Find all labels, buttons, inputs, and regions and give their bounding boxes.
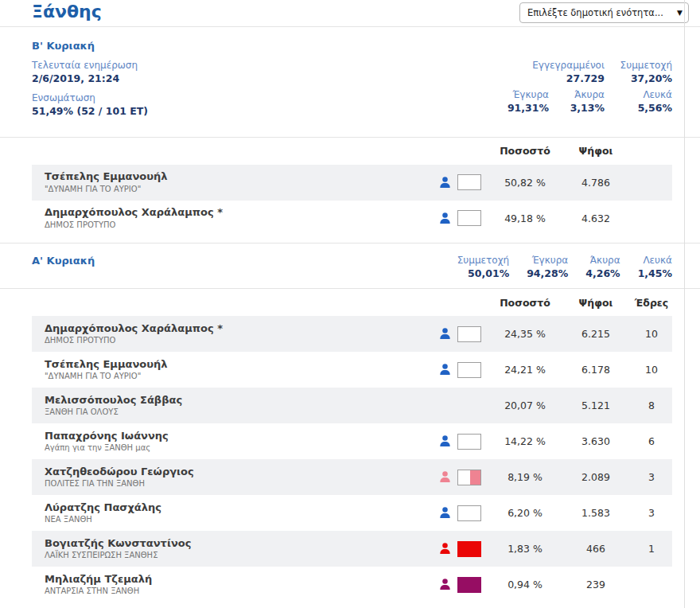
candidate-percent: 20,07 % (489, 399, 561, 411)
candidate-percent: 49,18 % (489, 212, 561, 224)
seats-column-header: Έδρες (631, 297, 672, 309)
round1-heading: Α' Κυριακή (32, 255, 95, 267)
turnout-value: 37,20% (620, 72, 672, 86)
candidate-info: Τσέπελης Εμμανουήλ "ΔΥΝΑΜΗ ΓΙΑ ΤΟ ΑΥΡΙΟ" (32, 358, 430, 382)
candidate-icon (430, 174, 489, 190)
person-icon (438, 212, 452, 225)
candidate-icon (430, 326, 489, 342)
candidate-row: Μελισσόπουλος Σάββας ΞΑΝΘΗ ΓΙΑ ΟΛΟΥΣ 20,… (32, 388, 672, 423)
candidate-party: ΔΗΜΟΣ ΠΡΟΤΥΠΟ (45, 220, 430, 231)
invalid-value: 3,13% (570, 102, 605, 115)
party-color-box-icon (457, 470, 481, 485)
blank-value: 1,45% (638, 267, 672, 281)
integration-value: 51,49% (52 / 101 ΕΤ) (32, 105, 148, 119)
votes-column-header: Ψήφοι (561, 297, 631, 309)
person-icon (438, 470, 452, 484)
candidate-info: Παπαχρόνης Ιωάννης Αγάπη για την ΞΑΝΘΗ μ… (32, 430, 430, 454)
candidate-icon (430, 210, 489, 226)
candidate-seats: 3 (631, 471, 672, 483)
invalid-stat: Άκυρα 4,26% (585, 255, 620, 280)
round2-rows: Τσέπελης Εμμανουήλ "ΔΥΝΑΜΗ ΓΙΑ ΤΟ ΑΥΡΙΟ"… (32, 165, 672, 236)
turnout-stat: Συμμετοχή 50,01% (457, 255, 509, 280)
candidate-seats: 10 (631, 328, 672, 340)
candidate-name: Τσέπελης Εμμανουήλ (45, 170, 430, 183)
candidate-info: Λύρατζης Πασχάλης ΝΕΑ ΞΑΝΘΗ (32, 501, 430, 525)
party-color-box-icon (457, 434, 481, 450)
candidate-party: ΞΑΝΘΗ ΓΙΑ ΟΛΟΥΣ (45, 407, 430, 418)
municipal-unit-select-placeholder: Επιλέξτε δημοτική ενότητα... (527, 7, 663, 18)
round1-table-header: Ποσοστό Ψήφοι Έδρες (32, 289, 672, 316)
blank-stat: Λευκά 5,56% (638, 89, 672, 115)
round1-stats: Συμμετοχή 50,01% Έγκυρα 94,28% Άκυρα 4,2… (457, 255, 672, 280)
party-color-box-icon (457, 505, 481, 521)
valid-stat: Έγκυρα 94,28% (527, 255, 568, 280)
candidate-info: Μηλιαζήμ Τζεμαλή ΑΝΤΑΡΣΙΑ ΣΤΗΝ ΞΑΝΘΗ (32, 573, 430, 597)
candidate-name: Λύρατζης Πασχάλης (45, 501, 430, 514)
footer: Επεξήγηση κομματικής στήριξης * νυν δήμα… (0, 602, 700, 608)
votes-column-header: Ψήφοι (561, 145, 631, 157)
municipal-unit-select[interactable]: Επιλέξτε δημοτική ενότητα... ▼ (519, 2, 689, 23)
candidate-info: Μελισσόπουλος Σάββας ΞΑΝΘΗ ΓΙΑ ΟΛΟΥΣ (32, 394, 430, 418)
candidate-percent: 14,22 % (489, 435, 561, 447)
valid-value: 94,28% (527, 267, 568, 281)
valid-value: 91,31% (508, 102, 549, 115)
candidate-icon (430, 577, 489, 593)
candidate-name: Παπαχρόνης Ιωάννης (45, 430, 430, 442)
person-icon (438, 327, 452, 341)
section-divider (0, 243, 700, 244)
header: Ξάνθης Επιλέξτε δημοτική ενότητα... ▼ (0, 0, 700, 26)
candidate-info: Χατζηθεοδώρου Γεώργιος ΠΟΛΙΤΕΣ ΓΙΑ ΤΗΝ Ξ… (32, 466, 430, 489)
last-update-stat: Τελευταία ενημέρωση 2/6/2019, 21:24 (32, 60, 148, 85)
round1-rows: Δημαρχόπουλος Χαράλαμπος * ΔΗΜΟΣ ΠΡΟΤΥΠΟ… (32, 316, 672, 602)
candidate-votes: 239 (561, 579, 631, 590)
turnout-stat: Συμμετοχή 37,20% (620, 60, 672, 85)
candidate-seats: 1 (631, 543, 672, 555)
candidate-icon (430, 470, 489, 485)
candidate-percent: 24,35 % (489, 328, 561, 340)
percent-column-header: Ποσοστό (489, 145, 561, 157)
candidate-percent: 50,82 % (489, 177, 561, 189)
party-color-box-icon (457, 362, 481, 378)
party-color-box-icon (457, 577, 481, 593)
candidate-icon (430, 434, 489, 450)
candidate-votes: 4.786 (561, 177, 631, 189)
candidate-votes: 6.178 (561, 364, 631, 376)
candidate-party: "ΔΥΝΑΜΗ ΓΙΑ ΤΟ ΑΥΡΙΟ" (45, 184, 430, 195)
candidate-percent: 24,21 % (489, 364, 561, 376)
round1-table: Ποσοστό Ψήφοι Έδρες Δημαρχόπουλος Χαράλα… (0, 289, 700, 602)
candidate-seats: 10 (631, 364, 672, 376)
person-icon (438, 578, 452, 591)
candidate-party: ΔΗΜΟΣ ΠΡΟΤΥΠΟ (45, 335, 430, 346)
person-icon (438, 176, 452, 189)
blank-label: Λευκά (638, 255, 672, 267)
party-color-box-icon (457, 210, 481, 226)
candidate-info: Τσέπελης Εμμανουήλ "ΔΥΝΑΜΗ ΓΙΑ ΤΟ ΑΥΡΙΟ" (32, 170, 430, 194)
candidate-votes: 4.632 (561, 212, 631, 224)
party-color-box-icon (457, 541, 481, 557)
party-color-box-icon (457, 174, 481, 190)
person-icon (438, 542, 452, 555)
candidate-name: Δημαρχόπουλος Χαράλαμπος * (45, 206, 430, 219)
round2-section: Β' Κυριακή Τελευταία ενημέρωση 2/6/2019,… (0, 40, 700, 126)
candidate-votes: 5.121 (561, 399, 631, 411)
turnout-label: Συμμετοχή (457, 255, 509, 267)
round1-heading-row: Α' Κυριακή Συμμετοχή 50,01% Έγκυρα 94,28… (32, 255, 672, 280)
percent-column-header: Ποσοστό (489, 297, 561, 309)
integration-label: Ενσωμάτωση (32, 92, 148, 105)
candidate-percent: 1,83 % (489, 543, 561, 555)
round1-section: Α' Κυριακή Συμμετοχή 50,01% Έγκυρα 94,28… (0, 255, 700, 280)
candidate-name: Χατζηθεοδώρου Γεώργιος (45, 466, 430, 478)
integration-stat: Ενσωμάτωση 51,49% (52 / 101 ΕΤ) (32, 92, 148, 118)
candidate-votes: 1.583 (561, 507, 631, 519)
candidate-party: ΠΟΛΙΤΕΣ ΓΙΑ ΤΗΝ ΞΑΝΘΗ (45, 478, 430, 489)
registered-label: Εγγεγραμμένοι (532, 60, 605, 72)
candidate-percent: 6,20 % (489, 507, 561, 519)
valid-stat: Έγκυρα 91,31% (508, 89, 549, 115)
candidate-name: Μελισσόπουλος Σάββας (45, 394, 430, 407)
turnout-label: Συμμετοχή (620, 60, 672, 72)
blank-value: 5,56% (638, 102, 672, 115)
candidate-icon (430, 362, 489, 378)
valid-label: Έγκυρα (508, 89, 549, 102)
candidate-icon (430, 541, 489, 557)
candidate-party: Αγάπη για την ΞΑΝΘΗ μας (45, 442, 430, 454)
